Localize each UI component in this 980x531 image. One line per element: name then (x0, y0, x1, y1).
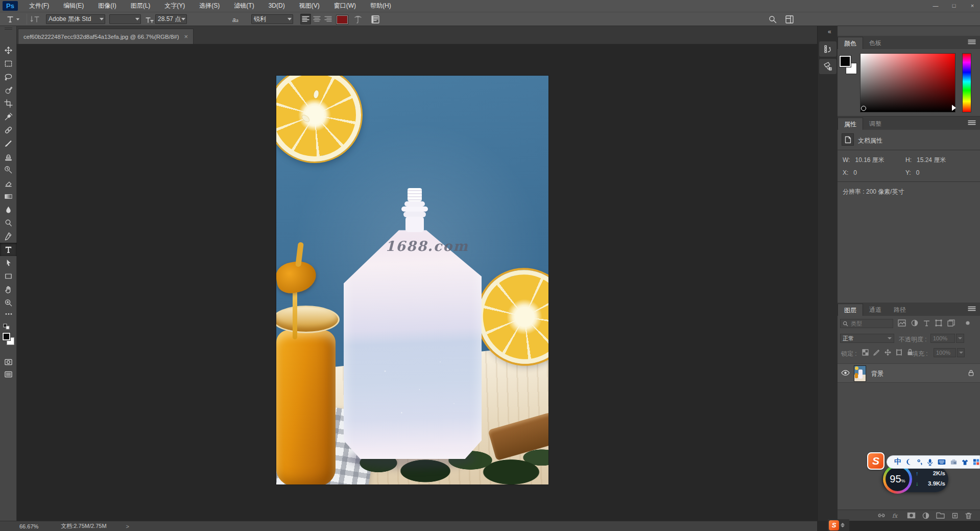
dodge-tool[interactable] (0, 216, 17, 229)
hand-tool[interactable] (0, 283, 17, 296)
type-tool[interactable] (0, 243, 17, 256)
align-center-button[interactable] (312, 14, 322, 25)
blur-tool[interactable] (0, 203, 17, 216)
menu-help[interactable]: 帮助(H) (363, 0, 398, 12)
eraser-tool[interactable] (0, 176, 17, 190)
font-style-select[interactable] (109, 14, 141, 24)
tab-swatches[interactable]: 色板 (863, 37, 888, 49)
brush-tool[interactable] (0, 136, 17, 150)
new-layer-icon[interactable] (951, 512, 959, 519)
menu-image[interactable]: 图像(I) (91, 0, 123, 12)
layer-thumbnail[interactable] (854, 365, 866, 382)
default-colors-icon[interactable] (3, 324, 10, 330)
align-right-button[interactable] (323, 14, 333, 25)
pen-tool[interactable] (0, 229, 17, 243)
menu-3d[interactable]: 3D(D) (261, 0, 292, 12)
layer-row-background[interactable]: 背景 (838, 363, 980, 383)
sogou-grid-menu-icon[interactable] (973, 458, 979, 466)
gradient-tool[interactable] (0, 190, 17, 203)
anti-alias-select[interactable]: 锐利 (251, 14, 293, 24)
move-tool[interactable] (0, 43, 17, 57)
history-brush-tool[interactable] (0, 163, 17, 176)
new-adjustment-layer-icon[interactable] (922, 512, 929, 519)
menu-filter[interactable]: 滤镜(T) (227, 0, 261, 12)
fill-field[interactable]: 100% (934, 348, 956, 357)
screen-mode-button[interactable] (0, 367, 17, 381)
microphone-icon[interactable] (927, 458, 933, 466)
menu-select[interactable]: 选择(S) (192, 0, 227, 12)
sogou-logo[interactable]: S (867, 452, 885, 470)
rectangle-tool[interactable] (0, 269, 17, 283)
text-color-swatch[interactable] (336, 15, 348, 25)
layer-effects-icon[interactable]: fx (892, 513, 900, 519)
blend-mode-select[interactable]: 正常 (840, 334, 894, 343)
menu-type[interactable]: 文字(Y) (157, 0, 192, 12)
workspace-switcher-icon[interactable] (785, 15, 794, 24)
eyedropper-tool[interactable] (0, 110, 17, 123)
lock-buttons[interactable] (862, 349, 913, 356)
lasso-tool[interactable] (0, 70, 17, 83)
menu-file[interactable]: 文件(F) (22, 0, 56, 12)
add-layer-mask-icon[interactable] (907, 512, 916, 519)
opacity-field[interactable]: 100% (930, 334, 955, 343)
window-minimize-button[interactable]: — (931, 0, 940, 12)
text-orientation-icon[interactable] (31, 15, 40, 24)
document-tab[interactable]: cef60b2222487ecc932d8af54a13efa.jpg @ 66… (18, 29, 194, 44)
link-layers-icon[interactable] (877, 513, 886, 518)
skin-shirt-icon[interactable] (962, 459, 968, 466)
ime-chinese-mode[interactable]: 中 (894, 457, 901, 467)
sogou-mini-arrows[interactable] (841, 523, 845, 527)
tab-layers[interactable]: 图层 (838, 304, 863, 316)
document-canvas[interactable]: 1688.com (276, 76, 548, 484)
window-maximize-button[interactable]: □ (949, 0, 959, 12)
color-saturation-field[interactable] (860, 53, 955, 112)
foreground-background-swatches[interactable] (2, 332, 15, 350)
font-size-select[interactable]: 28.57 点 (155, 14, 187, 24)
layer-filter-icons[interactable] (898, 319, 970, 327)
menu-layer[interactable]: 图层(L) (124, 0, 158, 12)
opacity-dropdown[interactable] (956, 334, 964, 343)
toolbox-icon[interactable] (950, 458, 957, 466)
more-tools-icon[interactable] (0, 310, 17, 317)
quick-mask-button[interactable] (0, 355, 17, 368)
keyboard-icon[interactable] (938, 459, 946, 465)
font-family-select[interactable]: Adobe 黑体 Std (46, 14, 105, 24)
new-group-icon[interactable] (936, 512, 945, 519)
color-panel-swatches[interactable] (840, 56, 858, 76)
moon-icon[interactable] (906, 458, 913, 466)
menu-edit[interactable]: 编辑(E) (56, 0, 91, 12)
tab-properties[interactable]: 属性 (838, 118, 863, 130)
tab-color[interactable]: 颜色 (838, 37, 863, 49)
layer-visibility-eye-icon[interactable] (841, 370, 850, 376)
collapse-panels-icon[interactable]: « (828, 28, 831, 35)
clone-stamp-tool[interactable] (0, 150, 17, 163)
toolbar-grip[interactable] (5, 28, 12, 30)
quick-selection-tool[interactable] (0, 83, 17, 97)
punctuation-icon[interactable] (917, 459, 923, 466)
tab-channels[interactable]: 通道 (863, 304, 888, 316)
tab-close-icon[interactable]: × (184, 33, 188, 40)
network-speed-widget[interactable]: 95% ↑ 2K/s ↓ 3.9K/s (882, 466, 948, 492)
tab-paths[interactable]: 路径 (888, 304, 912, 316)
hue-slider[interactable] (962, 53, 971, 112)
spot-healing-brush-tool[interactable] (0, 123, 17, 136)
warp-text-icon[interactable] (353, 15, 363, 24)
panel-menu-icon[interactable] (968, 306, 976, 311)
toggle-panels-icon[interactable] (371, 15, 380, 24)
tab-adjustments[interactable]: 调整 (863, 118, 888, 130)
menu-view[interactable]: 视图(V) (292, 0, 327, 12)
delete-layer-icon[interactable] (965, 512, 972, 519)
menu-window[interactable]: 窗口(W) (327, 0, 363, 12)
zoom-tool[interactable] (0, 296, 17, 309)
crop-tool[interactable] (0, 97, 17, 110)
search-icon[interactable] (769, 15, 777, 24)
path-selection-tool[interactable] (0, 256, 17, 269)
canvas-area[interactable]: 1688.com (17, 44, 817, 521)
zoom-percentage[interactable]: 66.67% (19, 523, 38, 529)
panel-menu-icon[interactable] (968, 39, 976, 44)
notes-panel-icon[interactable] (819, 59, 836, 74)
rectangular-marquee-tool[interactable] (0, 57, 17, 70)
history-panel-icon[interactable] (819, 41, 836, 57)
sogou-mini-widget[interactable]: S (828, 519, 849, 531)
layer-filter-search[interactable]: 类型 (840, 319, 893, 328)
